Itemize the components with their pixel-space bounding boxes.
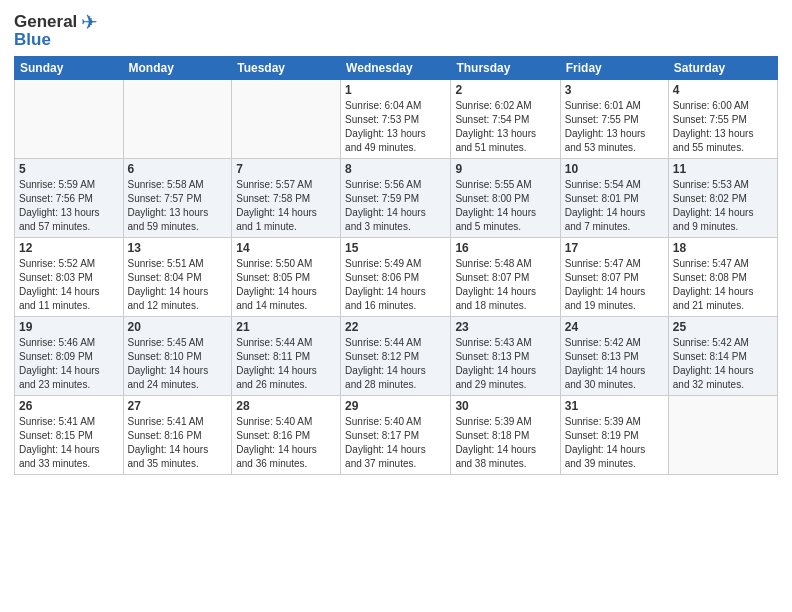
calendar-cell: 5Sunrise: 5:59 AM Sunset: 7:56 PM Daylig… (15, 159, 124, 238)
logo-bird-icon: ✈ (81, 10, 98, 34)
calendar-cell: 19Sunrise: 5:46 AM Sunset: 8:09 PM Dayli… (15, 317, 124, 396)
day-number: 23 (455, 320, 555, 334)
calendar-cell: 1Sunrise: 6:04 AM Sunset: 7:53 PM Daylig… (341, 80, 451, 159)
weekday-header-tuesday: Tuesday (232, 57, 341, 80)
day-info: Sunrise: 5:59 AM Sunset: 7:56 PM Dayligh… (19, 178, 119, 234)
week-row-2: 5Sunrise: 5:59 AM Sunset: 7:56 PM Daylig… (15, 159, 778, 238)
logo-blue-text: Blue (14, 30, 51, 50)
day-number: 2 (455, 83, 555, 97)
calendar-cell: 24Sunrise: 5:42 AM Sunset: 8:13 PM Dayli… (560, 317, 668, 396)
calendar-cell: 12Sunrise: 5:52 AM Sunset: 8:03 PM Dayli… (15, 238, 124, 317)
calendar-cell: 9Sunrise: 5:55 AM Sunset: 8:00 PM Daylig… (451, 159, 560, 238)
calendar-cell (123, 80, 232, 159)
day-number: 29 (345, 399, 446, 413)
day-info: Sunrise: 5:44 AM Sunset: 8:12 PM Dayligh… (345, 336, 446, 392)
day-info: Sunrise: 6:02 AM Sunset: 7:54 PM Dayligh… (455, 99, 555, 155)
day-info: Sunrise: 5:56 AM Sunset: 7:59 PM Dayligh… (345, 178, 446, 234)
day-number: 10 (565, 162, 664, 176)
week-row-3: 12Sunrise: 5:52 AM Sunset: 8:03 PM Dayli… (15, 238, 778, 317)
day-number: 11 (673, 162, 773, 176)
week-row-5: 26Sunrise: 5:41 AM Sunset: 8:15 PM Dayli… (15, 396, 778, 475)
day-info: Sunrise: 5:42 AM Sunset: 8:14 PM Dayligh… (673, 336, 773, 392)
calendar-cell: 26Sunrise: 5:41 AM Sunset: 8:15 PM Dayli… (15, 396, 124, 475)
calendar-cell: 11Sunrise: 5:53 AM Sunset: 8:02 PM Dayli… (668, 159, 777, 238)
header: General ✈ Blue (14, 10, 778, 50)
day-info: Sunrise: 5:43 AM Sunset: 8:13 PM Dayligh… (455, 336, 555, 392)
calendar-cell: 4Sunrise: 6:00 AM Sunset: 7:55 PM Daylig… (668, 80, 777, 159)
day-info: Sunrise: 5:47 AM Sunset: 8:07 PM Dayligh… (565, 257, 664, 313)
day-number: 4 (673, 83, 773, 97)
day-number: 15 (345, 241, 446, 255)
day-number: 3 (565, 83, 664, 97)
day-info: Sunrise: 5:47 AM Sunset: 8:08 PM Dayligh… (673, 257, 773, 313)
calendar-cell: 17Sunrise: 5:47 AM Sunset: 8:07 PM Dayli… (560, 238, 668, 317)
day-info: Sunrise: 5:46 AM Sunset: 8:09 PM Dayligh… (19, 336, 119, 392)
day-number: 12 (19, 241, 119, 255)
day-number: 14 (236, 241, 336, 255)
calendar-cell: 14Sunrise: 5:50 AM Sunset: 8:05 PM Dayli… (232, 238, 341, 317)
day-info: Sunrise: 5:54 AM Sunset: 8:01 PM Dayligh… (565, 178, 664, 234)
day-info: Sunrise: 5:53 AM Sunset: 8:02 PM Dayligh… (673, 178, 773, 234)
calendar: SundayMondayTuesdayWednesdayThursdayFrid… (14, 56, 778, 475)
calendar-cell: 6Sunrise: 5:58 AM Sunset: 7:57 PM Daylig… (123, 159, 232, 238)
day-number: 13 (128, 241, 228, 255)
calendar-cell: 22Sunrise: 5:44 AM Sunset: 8:12 PM Dayli… (341, 317, 451, 396)
day-number: 30 (455, 399, 555, 413)
calendar-cell: 28Sunrise: 5:40 AM Sunset: 8:16 PM Dayli… (232, 396, 341, 475)
day-info: Sunrise: 5:50 AM Sunset: 8:05 PM Dayligh… (236, 257, 336, 313)
day-info: Sunrise: 5:44 AM Sunset: 8:11 PM Dayligh… (236, 336, 336, 392)
day-number: 22 (345, 320, 446, 334)
day-info: Sunrise: 5:48 AM Sunset: 8:07 PM Dayligh… (455, 257, 555, 313)
weekday-header-sunday: Sunday (15, 57, 124, 80)
day-number: 24 (565, 320, 664, 334)
day-number: 21 (236, 320, 336, 334)
day-info: Sunrise: 5:41 AM Sunset: 8:16 PM Dayligh… (128, 415, 228, 471)
calendar-cell: 18Sunrise: 5:47 AM Sunset: 8:08 PM Dayli… (668, 238, 777, 317)
day-number: 27 (128, 399, 228, 413)
day-number: 18 (673, 241, 773, 255)
day-info: Sunrise: 5:41 AM Sunset: 8:15 PM Dayligh… (19, 415, 119, 471)
day-info: Sunrise: 5:52 AM Sunset: 8:03 PM Dayligh… (19, 257, 119, 313)
day-number: 16 (455, 241, 555, 255)
calendar-cell: 8Sunrise: 5:56 AM Sunset: 7:59 PM Daylig… (341, 159, 451, 238)
calendar-cell: 25Sunrise: 5:42 AM Sunset: 8:14 PM Dayli… (668, 317, 777, 396)
day-number: 26 (19, 399, 119, 413)
calendar-cell (668, 396, 777, 475)
calendar-cell (15, 80, 124, 159)
day-number: 8 (345, 162, 446, 176)
calendar-cell: 20Sunrise: 5:45 AM Sunset: 8:10 PM Dayli… (123, 317, 232, 396)
day-number: 9 (455, 162, 555, 176)
day-number: 17 (565, 241, 664, 255)
calendar-cell: 13Sunrise: 5:51 AM Sunset: 8:04 PM Dayli… (123, 238, 232, 317)
weekday-header-row: SundayMondayTuesdayWednesdayThursdayFrid… (15, 57, 778, 80)
day-info: Sunrise: 5:51 AM Sunset: 8:04 PM Dayligh… (128, 257, 228, 313)
calendar-cell: 16Sunrise: 5:48 AM Sunset: 8:07 PM Dayli… (451, 238, 560, 317)
calendar-cell: 30Sunrise: 5:39 AM Sunset: 8:18 PM Dayli… (451, 396, 560, 475)
day-info: Sunrise: 6:01 AM Sunset: 7:55 PM Dayligh… (565, 99, 664, 155)
day-number: 7 (236, 162, 336, 176)
calendar-cell: 3Sunrise: 6:01 AM Sunset: 7:55 PM Daylig… (560, 80, 668, 159)
day-number: 19 (19, 320, 119, 334)
day-info: Sunrise: 6:00 AM Sunset: 7:55 PM Dayligh… (673, 99, 773, 155)
weekday-header-wednesday: Wednesday (341, 57, 451, 80)
day-number: 6 (128, 162, 228, 176)
week-row-4: 19Sunrise: 5:46 AM Sunset: 8:09 PM Dayli… (15, 317, 778, 396)
day-info: Sunrise: 5:49 AM Sunset: 8:06 PM Dayligh… (345, 257, 446, 313)
calendar-cell: 27Sunrise: 5:41 AM Sunset: 8:16 PM Dayli… (123, 396, 232, 475)
day-info: Sunrise: 5:57 AM Sunset: 7:58 PM Dayligh… (236, 178, 336, 234)
calendar-cell: 10Sunrise: 5:54 AM Sunset: 8:01 PM Dayli… (560, 159, 668, 238)
day-info: Sunrise: 5:40 AM Sunset: 8:16 PM Dayligh… (236, 415, 336, 471)
weekday-header-saturday: Saturday (668, 57, 777, 80)
day-number: 1 (345, 83, 446, 97)
day-number: 25 (673, 320, 773, 334)
weekday-header-monday: Monday (123, 57, 232, 80)
calendar-cell (232, 80, 341, 159)
day-info: Sunrise: 6:04 AM Sunset: 7:53 PM Dayligh… (345, 99, 446, 155)
page: General ✈ Blue SundayMondayTuesdayWednes… (0, 0, 792, 612)
calendar-cell: 7Sunrise: 5:57 AM Sunset: 7:58 PM Daylig… (232, 159, 341, 238)
day-number: 31 (565, 399, 664, 413)
day-info: Sunrise: 5:58 AM Sunset: 7:57 PM Dayligh… (128, 178, 228, 234)
day-info: Sunrise: 5:45 AM Sunset: 8:10 PM Dayligh… (128, 336, 228, 392)
day-info: Sunrise: 5:40 AM Sunset: 8:17 PM Dayligh… (345, 415, 446, 471)
day-info: Sunrise: 5:55 AM Sunset: 8:00 PM Dayligh… (455, 178, 555, 234)
